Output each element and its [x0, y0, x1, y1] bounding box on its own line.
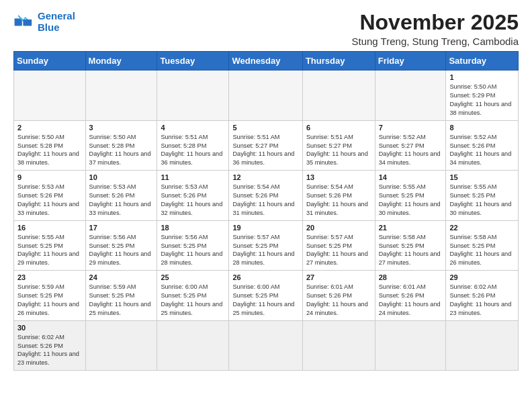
day-empty	[229, 71, 302, 121]
day-info-25: Sunrise: 6:00 AMSunset: 5:25 PMDaylight:…	[161, 283, 225, 318]
day-info-10: Sunrise: 5:53 AMSunset: 5:26 PMDaylight:…	[89, 183, 154, 218]
col-saturday: Saturday	[446, 52, 519, 71]
day-info-27: Sunrise: 6:01 AMSunset: 5:26 PMDaylight:…	[306, 283, 371, 318]
day-number-21: 21	[379, 224, 443, 232]
day-number-24: 24	[89, 273, 154, 281]
day-empty	[375, 71, 446, 121]
day-info-13: Sunrise: 5:54 AMSunset: 5:26 PMDaylight:…	[306, 183, 371, 218]
day-info-8: Sunrise: 5:52 AMSunset: 5:26 PMDaylight:…	[449, 133, 515, 168]
day-info-17: Sunrise: 5:56 AMSunset: 5:25 PMDaylight:…	[89, 233, 154, 268]
day-number-15: 15	[449, 173, 515, 181]
day-21: 21 Sunrise: 5:58 AMSunset: 5:25 PMDaylig…	[375, 220, 446, 271]
day-info-4: Sunrise: 5:51 AMSunset: 5:28 PMDaylight:…	[161, 133, 225, 168]
day-number-4: 4	[161, 124, 225, 132]
day-number-28: 28	[379, 273, 443, 281]
col-tuesday: Tuesday	[157, 52, 229, 71]
day-info-15: Sunrise: 5:55 AMSunset: 5:25 PMDaylight:…	[449, 183, 515, 218]
day-info-7: Sunrise: 5:52 AMSunset: 5:27 PMDaylight:…	[379, 133, 443, 168]
day-7: 7 Sunrise: 5:52 AMSunset: 5:27 PMDayligh…	[375, 120, 446, 171]
day-number-6: 6	[306, 124, 371, 132]
day-29: 29 Sunrise: 6:02 AMSunset: 5:26 PMDaylig…	[446, 271, 519, 321]
day-23: 23 Sunrise: 5:59 AMSunset: 5:25 PMDaylig…	[14, 271, 86, 321]
day-28: 28 Sunrise: 6:01 AMSunset: 5:26 PMDaylig…	[375, 271, 446, 321]
week-row-1: 1 Sunrise: 5:50 AMSunset: 5:29 PMDayligh…	[14, 71, 519, 121]
day-info-14: Sunrise: 5:55 AMSunset: 5:25 PMDaylight:…	[379, 183, 443, 218]
col-wednesday: Wednesday	[229, 52, 302, 71]
day-number-3: 3	[89, 124, 154, 132]
main-title: November 2025	[352, 11, 519, 34]
day-25: 25 Sunrise: 6:00 AMSunset: 5:25 PMDaylig…	[157, 271, 229, 321]
week-row-5: 23 Sunrise: 5:59 AMSunset: 5:25 PMDaylig…	[14, 271, 519, 321]
day-number-8: 8	[449, 124, 515, 132]
day-info-16: Sunrise: 5:55 AMSunset: 5:25 PMDaylight:…	[17, 233, 82, 268]
day-info-23: Sunrise: 5:59 AMSunset: 5:25 PMDaylight:…	[17, 283, 82, 318]
week-row-4: 16 Sunrise: 5:55 AMSunset: 5:25 PMDaylig…	[14, 220, 519, 271]
day-empty	[157, 71, 229, 121]
day-info-11: Sunrise: 5:53 AMSunset: 5:26 PMDaylight:…	[161, 183, 225, 218]
day-empty	[302, 320, 375, 371]
day-27: 27 Sunrise: 6:01 AMSunset: 5:26 PMDaylig…	[302, 271, 375, 321]
svg-rect-0	[15, 18, 22, 26]
day-10: 10 Sunrise: 5:53 AMSunset: 5:26 PMDaylig…	[85, 171, 157, 221]
day-number-29: 29	[449, 273, 515, 281]
day-14: 14 Sunrise: 5:55 AMSunset: 5:25 PMDaylig…	[375, 171, 446, 221]
title-block: November 2025 Stung Treng, Stung Treng, …	[352, 11, 519, 47]
week-row-2: 2 Sunrise: 5:50 AMSunset: 5:28 PMDayligh…	[14, 120, 519, 171]
day-2: 2 Sunrise: 5:50 AMSunset: 5:28 PMDayligh…	[14, 120, 86, 171]
day-info-21: Sunrise: 5:58 AMSunset: 5:25 PMDaylight:…	[379, 233, 443, 268]
day-empty	[446, 320, 519, 371]
day-1: 1 Sunrise: 5:50 AMSunset: 5:29 PMDayligh…	[446, 71, 519, 121]
day-number-13: 13	[306, 173, 371, 181]
day-number-23: 23	[17, 273, 82, 281]
day-19: 19 Sunrise: 5:57 AMSunset: 5:25 PMDaylig…	[229, 220, 302, 271]
day-15: 15 Sunrise: 5:55 AMSunset: 5:25 PMDaylig…	[446, 171, 519, 221]
day-number-14: 14	[379, 173, 443, 181]
day-empty	[157, 320, 229, 371]
day-20: 20 Sunrise: 5:57 AMSunset: 5:25 PMDaylig…	[302, 220, 375, 271]
day-number-17: 17	[89, 224, 154, 232]
col-monday: Monday	[85, 52, 157, 71]
day-6: 6 Sunrise: 5:51 AMSunset: 5:27 PMDayligh…	[302, 120, 375, 171]
day-number-7: 7	[379, 124, 443, 132]
day-17: 17 Sunrise: 5:56 AMSunset: 5:25 PMDaylig…	[85, 220, 157, 271]
day-info-18: Sunrise: 5:56 AMSunset: 5:25 PMDaylight:…	[161, 233, 225, 268]
day-number-9: 9	[17, 173, 82, 181]
day-8: 8 Sunrise: 5:52 AMSunset: 5:26 PMDayligh…	[446, 120, 519, 171]
day-number-27: 27	[306, 273, 371, 281]
day-empty	[302, 71, 375, 121]
day-22: 22 Sunrise: 5:58 AMSunset: 5:25 PMDaylig…	[446, 220, 519, 271]
day-16: 16 Sunrise: 5:55 AMSunset: 5:25 PMDaylig…	[14, 220, 86, 271]
day-info-3: Sunrise: 5:50 AMSunset: 5:28 PMDaylight:…	[89, 133, 154, 168]
day-empty	[375, 320, 446, 371]
day-number-30: 30	[17, 324, 82, 332]
day-18: 18 Sunrise: 5:56 AMSunset: 5:25 PMDaylig…	[157, 220, 229, 271]
header-section: General Blue November 2025 Stung Treng, …	[13, 11, 519, 47]
day-30: 30 Sunrise: 6:02 AMSunset: 5:26 PMDaylig…	[14, 320, 86, 371]
day-13: 13 Sunrise: 5:54 AMSunset: 5:26 PMDaylig…	[302, 171, 375, 221]
day-empty	[85, 320, 157, 371]
day-info-24: Sunrise: 5:59 AMSunset: 5:25 PMDaylight:…	[89, 283, 154, 318]
week-row-6: 30 Sunrise: 6:02 AMSunset: 5:26 PMDaylig…	[14, 320, 519, 371]
day-26: 26 Sunrise: 6:00 AMSunset: 5:25 PMDaylig…	[229, 271, 302, 321]
svg-rect-2	[23, 19, 32, 26]
day-4: 4 Sunrise: 5:51 AMSunset: 5:28 PMDayligh…	[157, 120, 229, 171]
day-11: 11 Sunrise: 5:53 AMSunset: 5:26 PMDaylig…	[157, 171, 229, 221]
day-info-28: Sunrise: 6:01 AMSunset: 5:26 PMDaylight:…	[379, 283, 443, 318]
day-empty	[85, 71, 157, 121]
day-empty	[229, 320, 302, 371]
day-empty	[14, 71, 86, 121]
day-info-19: Sunrise: 5:57 AMSunset: 5:25 PMDaylight:…	[232, 233, 298, 268]
day-number-25: 25	[161, 273, 225, 281]
day-number-18: 18	[161, 224, 225, 232]
day-5: 5 Sunrise: 5:51 AMSunset: 5:27 PMDayligh…	[229, 120, 302, 171]
day-info-20: Sunrise: 5:57 AMSunset: 5:25 PMDaylight:…	[306, 233, 371, 268]
day-number-1: 1	[449, 73, 515, 81]
col-friday: Friday	[375, 52, 446, 71]
day-24: 24 Sunrise: 5:59 AMSunset: 5:25 PMDaylig…	[85, 271, 157, 321]
week-row-3: 9 Sunrise: 5:53 AMSunset: 5:26 PMDayligh…	[14, 171, 519, 221]
day-info-30: Sunrise: 6:02 AMSunset: 5:26 PMDaylight:…	[17, 333, 82, 368]
day-info-12: Sunrise: 5:54 AMSunset: 5:26 PMDaylight:…	[232, 183, 298, 218]
day-number-16: 16	[17, 224, 82, 232]
day-info-26: Sunrise: 6:00 AMSunset: 5:25 PMDaylight:…	[232, 283, 298, 318]
calendar: Sunday Monday Tuesday Wednesday Thursday…	[13, 51, 519, 371]
